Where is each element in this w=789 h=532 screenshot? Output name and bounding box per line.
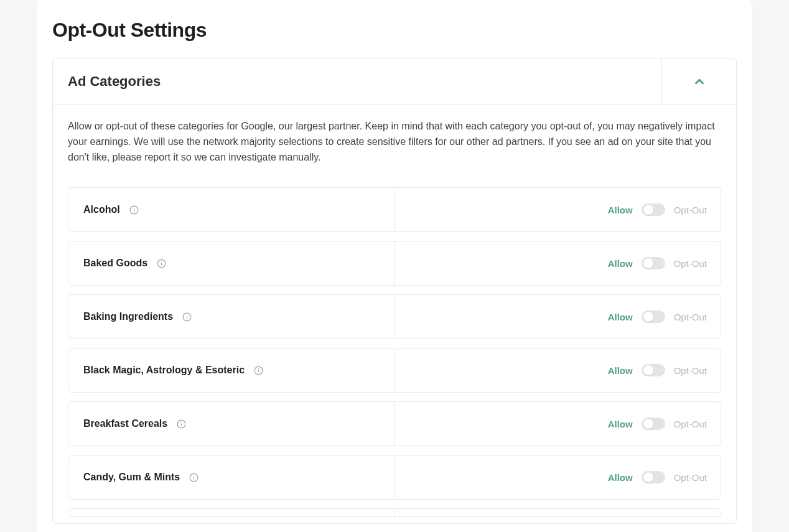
allow-label: Allow [608,472,633,483]
category-label-cell: Black Magic, Astrology & Esoteric [68,348,394,392]
category-toggle[interactable] [642,418,665,430]
category-row: Alcohol Allow Opt-Out [68,187,721,232]
allow-label: Allow [608,365,633,376]
category-toggle[interactable] [642,257,665,269]
category-label-cell [68,509,394,516]
svg-point-14 [181,422,182,422]
svg-point-2 [134,208,134,208]
category-row: Baking Ingredients Allow Opt-Out [68,294,721,339]
category-name: Breakfast Cereals [83,418,167,429]
chevron-up-icon [693,75,706,88]
svg-point-8 [187,315,187,315]
allow-label: Allow [608,258,633,269]
category-label-cell: Baking Ingredients [68,295,394,338]
category-toggle[interactable] [642,471,665,483]
category-name: Black Magic, Astrology & Esoteric [83,365,245,376]
category-row: Baked Goods Allow Opt-Out [68,241,721,286]
settings-card: Opt-Out Settings Ad Categories Allow or … [37,0,752,532]
section-title-cell: Ad Categories [53,58,661,105]
allow-label: Allow [608,205,633,215]
category-toggle[interactable] [642,203,665,216]
category-row: Candy, Gum & Mints Allow Opt-Out [68,455,721,500]
category-toggle[interactable] [642,310,665,323]
info-icon[interactable] [156,258,167,269]
svg-point-11 [258,368,259,369]
section-collapse-button[interactable] [661,58,736,105]
category-toggle-cell: Allow Opt-Out [394,241,721,285]
category-toggle-cell: Allow Opt-Out [394,455,721,499]
category-toggle-cell: Allow Opt-Out [394,188,721,231]
info-icon[interactable] [253,365,264,376]
category-toggle-cell: Allow Opt-Out [394,348,721,392]
page-title: Opt-Out Settings [52,19,737,42]
section-title: Ad Categories [68,73,161,90]
category-row: Black Magic, Astrology & Esoteric Allow [68,348,721,393]
category-label-cell: Candy, Gum & Mints [68,455,394,499]
info-icon[interactable] [129,205,139,215]
category-toggle-cell [394,509,721,516]
section-description: Allow or opt-out of these categories for… [68,119,721,165]
info-icon[interactable] [182,312,192,322]
category-row [68,508,721,517]
category-toggle-cell: Allow Opt-Out [394,295,721,338]
section-header: Ad Categories [53,58,736,105]
category-label-cell: Breakfast Cereals [68,402,394,446]
optout-label: Opt-Out [674,205,707,215]
optout-label: Opt-Out [674,365,707,376]
category-toggle[interactable] [642,364,665,376]
optout-label: Opt-Out [674,258,707,269]
svg-point-17 [194,475,194,476]
category-name: Baked Goods [83,258,147,269]
category-name: Alcohol [83,204,120,215]
category-toggle-cell: Allow Opt-Out [394,402,721,446]
ad-categories-section: Ad Categories Allow or opt-out of these … [52,58,737,524]
category-name: Candy, Gum & Mints [83,472,180,483]
optout-label: Opt-Out [674,419,707,429]
info-icon[interactable] [176,419,187,429]
category-name: Baking Ingredients [83,311,173,322]
info-icon[interactable] [189,472,199,483]
allow-label: Allow [608,312,633,322]
category-label-cell: Alcohol [68,188,394,231]
category-row: Breakfast Cereals Allow Opt-Out [68,401,721,446]
optout-label: Opt-Out [674,472,707,483]
allow-label: Allow [608,419,633,429]
svg-point-5 [161,261,162,262]
optout-label: Opt-Out [674,312,707,322]
category-label-cell: Baked Goods [68,241,394,285]
card-header: Opt-Out Settings [37,0,752,58]
section-body: Allow or opt-out of these categories for… [53,105,736,523]
